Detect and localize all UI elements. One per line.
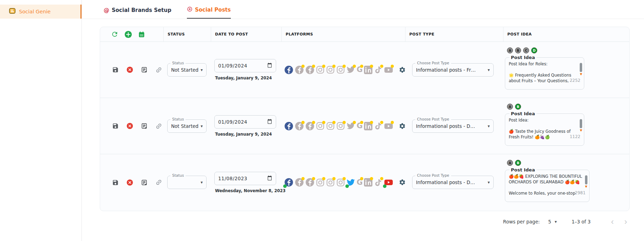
link-button[interactable] — [155, 66, 162, 73]
platform-tiktok-icon[interactable] — [374, 122, 383, 131]
platform-youtube-icon[interactable] — [384, 122, 393, 131]
platform-instagram-icon[interactable] — [336, 178, 345, 187]
date-to-post-input[interactable]: 01/09/2024 — [214, 59, 276, 72]
save-button[interactable] — [112, 179, 119, 186]
variant-badge-a[interactable]: A — [507, 160, 513, 166]
sidebar-item-social-genie[interactable]: Social Genie — [0, 5, 82, 19]
yellow-status-dot — [353, 121, 356, 124]
yellow-status-dot — [343, 65, 346, 68]
link-button[interactable] — [155, 123, 162, 130]
post-idea-textarea[interactable]: Post Idea 🍎🍊🍓 EXPLORING THE BOUNTIFULORC… — [505, 167, 590, 202]
platform-facebook-icon[interactable] — [284, 65, 293, 74]
status-select[interactable]: Status ▾ — [167, 176, 207, 189]
copy-post-button[interactable] — [141, 123, 148, 129]
status-cell: Status Not Started ▾ — [163, 98, 211, 154]
target-icon — [187, 6, 193, 13]
save-button[interactable] — [112, 66, 119, 73]
status-select[interactable]: Status Not Started ▾ — [167, 63, 207, 77]
link-button[interactable] — [155, 179, 162, 186]
platform-instagram-icon[interactable] — [326, 65, 335, 74]
expand-caret-icon[interactable]: ▾ — [585, 184, 587, 189]
post-type-select[interactable]: Choose Post Type Informational posts - F… — [412, 63, 494, 77]
variant-badge-b[interactable]: B — [515, 104, 521, 110]
previous-page-button[interactable]: ‹ — [611, 217, 614, 226]
platform-facebook-icon[interactable] — [284, 122, 293, 131]
rows-per-page-select[interactable]: 5 ▾ — [548, 219, 557, 224]
post-idea-line: Post Idea for Roles: — [509, 61, 577, 67]
platform-google-icon[interactable]: G — [357, 178, 363, 187]
platform-twitter-icon[interactable] — [346, 122, 355, 131]
cancel-button[interactable] — [126, 179, 133, 186]
cancel-button[interactable] — [126, 66, 133, 73]
post-idea-legend: Post Idea — [509, 167, 536, 172]
add-post-button[interactable] — [124, 31, 132, 38]
platform-instagram-icon[interactable] — [316, 65, 325, 74]
platform-google-icon[interactable]: G — [357, 65, 363, 74]
variant-badge-b[interactable]: B — [515, 47, 521, 53]
cancel-button[interactable] — [126, 123, 133, 129]
variant-badge-d[interactable]: D — [531, 47, 537, 53]
platform-facebook-icon[interactable] — [295, 122, 304, 131]
post-idea-textarea[interactable]: Post Idea Post Idea for Roles: 🌟 Frequen… — [505, 55, 584, 90]
scrollbar-thumb[interactable] — [580, 119, 582, 128]
platform-linkedin-icon[interactable] — [364, 178, 372, 187]
yellow-status-dot — [380, 121, 383, 124]
platform-instagram-icon[interactable] — [336, 65, 345, 74]
header-post-idea: POST IDEA — [503, 27, 629, 41]
platform-instagram-icon[interactable] — [336, 122, 345, 131]
post-type-select[interactable]: Choose Post Type Informational posts - D… — [412, 176, 494, 189]
variant-badge-c[interactable]: C — [523, 47, 529, 53]
chevron-down-icon: ▾ — [199, 124, 203, 129]
platform-linkedin-icon[interactable] — [364, 122, 372, 131]
variant-badge-a[interactable]: A — [507, 104, 513, 110]
post-idea-textarea[interactable]: Post Idea Post Idea: 🍎 Taste the Juicy G… — [505, 111, 584, 146]
platform-facebook-icon[interactable] — [284, 178, 293, 187]
platform-tiktok-icon[interactable] — [374, 178, 383, 187]
yellow-status-dot — [312, 65, 315, 68]
yellow-status-dot — [343, 121, 346, 124]
next-page-button[interactable]: › — [624, 217, 627, 226]
table-body: Status Not Started ▾ 01/09/2024 Tuesday,… — [100, 42, 629, 210]
platform-facebook-icon[interactable] — [295, 178, 304, 187]
platform-instagram-icon[interactable] — [316, 178, 325, 187]
platform-linkedin-icon[interactable] — [364, 65, 372, 74]
platform-facebook-icon[interactable] — [295, 65, 304, 74]
tab-social-brands-setup[interactable]: @ Social Brands Setup — [104, 6, 171, 19]
status-value: Not Started — [171, 67, 199, 73]
platform-google-icon[interactable]: G — [357, 122, 363, 131]
status-cell: Status ▾ — [163, 154, 211, 210]
refresh-button[interactable] — [111, 31, 118, 38]
copy-post-button[interactable] — [141, 179, 148, 186]
platform-instagram-icon[interactable] — [326, 122, 335, 131]
variant-badge-a[interactable]: A — [507, 47, 513, 53]
expand-caret-icon[interactable]: ▾ — [580, 128, 582, 133]
calendar-button[interactable] — [138, 31, 145, 38]
calendar-icon — [265, 175, 272, 182]
status-select[interactable]: Status Not Started ▾ — [167, 119, 207, 133]
platform-facebook-icon[interactable] — [305, 122, 314, 131]
scrollbar-thumb[interactable] — [580, 63, 582, 72]
platform-instagram-icon[interactable] — [326, 178, 335, 187]
platform-facebook-icon[interactable] — [305, 178, 314, 187]
platform-youtube-icon[interactable] — [384, 65, 393, 74]
post-idea-text: 🍎🍊🍓 EXPLORING THE BOUNTIFULORCHARDS OF I… — [509, 174, 582, 196]
variant-badge-b[interactable]: B — [515, 160, 521, 166]
platform-twitter-icon[interactable] — [346, 65, 355, 74]
save-button[interactable] — [112, 123, 119, 129]
platform-youtube-icon[interactable] — [384, 178, 393, 187]
platform-instagram-icon[interactable] — [316, 122, 325, 131]
chevron-down-icon: ▾ — [199, 180, 203, 185]
platform-facebook-icon[interactable] — [305, 65, 314, 74]
copy-post-button[interactable] — [141, 66, 148, 73]
date-to-post-input[interactable]: 01/09/2024 — [214, 115, 276, 129]
scrollbar-thumb[interactable] — [585, 175, 587, 184]
variant-badges: AB — [507, 104, 629, 110]
pagination-range: 1–3 of 3 — [572, 219, 591, 224]
tab-social-posts[interactable]: Social Posts — [187, 6, 231, 19]
platform-tiktok-icon[interactable] — [374, 65, 383, 74]
post-type-select[interactable]: Choose Post Type Informational posts - D… — [412, 119, 494, 133]
expand-caret-icon[interactable]: ▾ — [580, 71, 582, 77]
post-idea-line: Fresh Fruits! 🍊🍇🍏 — [509, 134, 577, 140]
platform-twitter-icon[interactable] — [346, 178, 355, 187]
date-to-post-input[interactable]: 11/08/2023 — [214, 172, 276, 185]
